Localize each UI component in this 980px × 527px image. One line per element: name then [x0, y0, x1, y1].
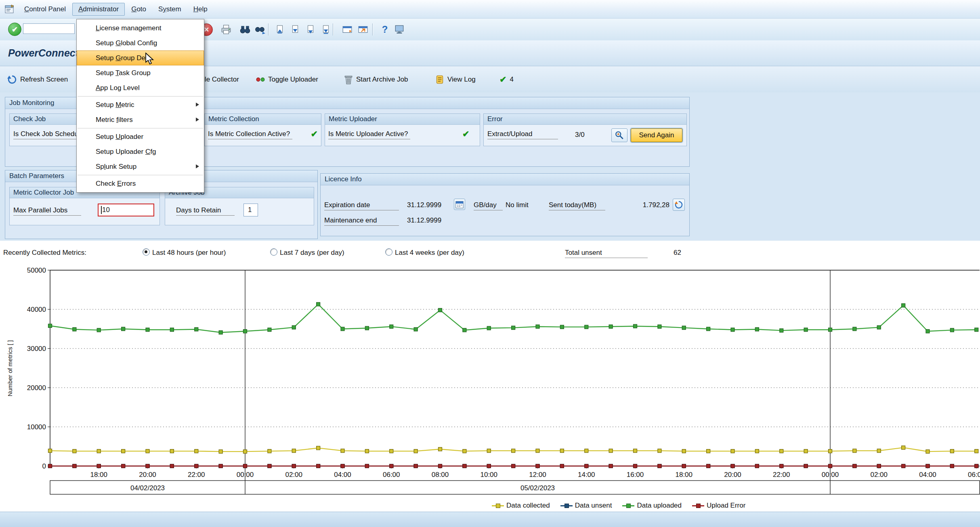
series-marker — [536, 449, 539, 453]
expiration-date-value: 31.12.9999 — [407, 201, 441, 209]
sent-today-label: Sent today(MB) — [549, 201, 605, 210]
series-marker — [48, 324, 52, 328]
menu-item-setup-metric[interactable]: Setup Metric — [77, 97, 204, 112]
series-marker — [292, 325, 296, 329]
metric-uploader-label: Is Metric Uploader Active? — [328, 130, 410, 139]
command-field[interactable] — [23, 23, 75, 34]
series-marker — [926, 450, 930, 454]
menu-item-metric-filters[interactable]: Metric filters — [77, 112, 204, 127]
radio-last-4-weeks[interactable] — [385, 248, 392, 256]
menu-help[interactable]: Help — [188, 3, 213, 15]
menu-item-setup-task-group[interactable]: Setup Task Group — [77, 65, 204, 80]
resend-button[interactable] — [673, 199, 685, 211]
customize-layout-button[interactable] — [392, 23, 406, 36]
find-next-button[interactable] — [253, 23, 267, 36]
view-errors-button[interactable] — [611, 128, 627, 142]
menu-item-setup-uploader-cfg[interactable]: Setup Uploader Cfg — [77, 144, 204, 159]
find-button[interactable] — [238, 23, 252, 36]
create-shortcut-button[interactable] — [356, 23, 370, 36]
system-menu-icon[interactable] — [4, 4, 15, 15]
metric-collection-title: Metric Collection — [205, 114, 321, 125]
series-marker — [268, 328, 271, 332]
legend-marker — [692, 503, 704, 508]
days-to-retain-label: Days to Retain — [176, 206, 235, 216]
menu-item-setup-group-def[interactable]: Setup Group Def — [77, 50, 204, 65]
series-marker — [365, 449, 369, 453]
radio-last-7-days-label[interactable]: Last 7 days (per day) — [280, 249, 344, 257]
menu-item-splunk-setup[interactable]: Splunk Setup — [77, 159, 204, 174]
y-tick-label: 10000 — [27, 423, 46, 431]
error-box: Error Extract/Upload 3/0 Send Again — [483, 113, 687, 146]
series-marker — [219, 464, 222, 468]
series-marker — [219, 450, 222, 454]
series-marker — [439, 447, 442, 451]
menu-administrator[interactable]: Administrator — [72, 3, 125, 16]
series-marker — [804, 328, 808, 332]
series-marker — [463, 464, 466, 468]
radio-last-7-days[interactable] — [270, 248, 277, 256]
menu-item-setup-global-config[interactable]: Setup Global Config — [77, 36, 204, 50]
series-marker — [487, 326, 491, 330]
legend-label: Data unsent — [575, 502, 612, 510]
menu-item-setup-uploader[interactable]: Setup Uploader — [77, 129, 204, 144]
x-tick-label: 02:00 — [285, 471, 302, 479]
days-to-retain-field[interactable]: 1 — [243, 204, 258, 216]
last-page-button[interactable] — [319, 23, 333, 36]
view-log-button[interactable]: View Log — [435, 72, 476, 87]
menu-control-panel[interactable]: Control Panel — [19, 3, 71, 15]
create-shortcut-icon — [358, 25, 368, 34]
series-marker — [122, 464, 125, 468]
series-marker — [950, 328, 954, 332]
enter-button[interactable]: ✔ — [8, 23, 21, 36]
date-picker-button[interactable] — [454, 199, 465, 210]
radio-last-48-hours[interactable] — [143, 248, 150, 256]
x-tick-label: 04:00 — [334, 471, 351, 479]
metric-collection-label: Is Metric Collection Active? — [208, 130, 292, 139]
refresh-screen-button[interactable]: Refresh Screen — [7, 72, 68, 87]
radio-last-48-hours-label[interactable]: Last 48 hours (per hour) — [152, 249, 226, 257]
series-marker — [317, 302, 320, 306]
first-page-button[interactable] — [273, 23, 287, 36]
previous-page-button[interactable] — [288, 23, 302, 36]
start-archive-job-button[interactable]: Start Archive Job — [344, 72, 408, 87]
x-tick-label: 08:00 — [432, 471, 449, 479]
licence-info-group: Licence Info Expiration date 31.12.9999 … — [320, 173, 690, 236]
series-marker — [439, 464, 442, 468]
radio-last-4-weeks-label[interactable]: Last 4 weeks (per day) — [395, 249, 464, 257]
menu-item-license-management[interactable]: License management — [77, 21, 204, 36]
toggle-uploader-button[interactable]: Toggle Uploader — [256, 72, 318, 87]
next-page-button[interactable] — [304, 23, 317, 36]
expiration-date-label: Expiration date — [324, 201, 399, 210]
series-marker — [950, 464, 954, 468]
series-marker — [560, 464, 564, 468]
menu-item-check-errors[interactable]: Check Errors — [77, 176, 204, 191]
log-scroll-icon — [435, 75, 444, 84]
total-unsent-value: 62 — [674, 249, 681, 257]
series-marker — [365, 464, 369, 468]
maintenance-end-value: 31.12.9999 — [407, 216, 441, 225]
series-marker — [609, 325, 613, 328]
series-marker — [658, 449, 661, 453]
series-marker — [341, 449, 344, 453]
menu-item-app-log-level[interactable]: App Log Level — [77, 80, 204, 95]
menu-goto[interactable]: Goto — [126, 3, 152, 15]
toolbar-separator — [268, 23, 269, 36]
check-count-value: 4 — [510, 76, 514, 84]
series-marker — [487, 449, 491, 453]
menu-separator — [78, 128, 203, 128]
help-button[interactable]: ? — [378, 23, 392, 36]
series-marker — [512, 464, 515, 468]
gb-day-value: No limit — [506, 201, 529, 209]
series-marker — [634, 324, 637, 328]
magnifier-icon — [615, 130, 624, 140]
send-again-button[interactable]: Send Again — [631, 128, 682, 142]
new-session-button[interactable] — [340, 23, 354, 36]
max-parallel-jobs-field[interactable]: 10 — [98, 204, 154, 216]
series-marker — [731, 328, 734, 332]
menu-system[interactable]: System — [153, 3, 187, 15]
series-marker — [975, 464, 978, 468]
print-button[interactable] — [219, 23, 233, 36]
series-marker — [658, 325, 661, 328]
series-marker — [926, 464, 930, 468]
first-page-icon — [275, 24, 285, 35]
